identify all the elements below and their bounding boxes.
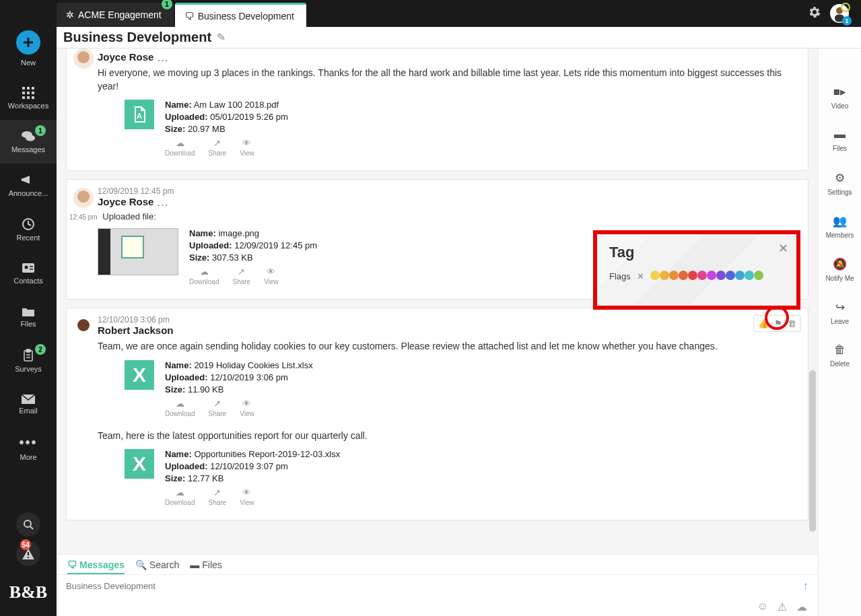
color-dot[interactable] (735, 271, 745, 280)
share-icon: ↗ (213, 399, 221, 409)
sidebar-item-workspaces[interactable]: Workspaces (0, 76, 57, 120)
avatar-badge: 1 (842, 16, 852, 26)
new-button[interactable] (16, 30, 40, 55)
rightbar-files[interactable]: ▬Files (819, 118, 861, 162)
thumbs-up-icon[interactable]: 👍 (758, 318, 769, 329)
sidebar-item-recent[interactable]: Recent (0, 207, 57, 251)
tab-business-dev[interactable]: 🗨 Business Development (175, 3, 306, 27)
color-dot[interactable] (745, 271, 754, 280)
color-dot[interactable] (754, 271, 763, 280)
tag-popup: Tag ✕ Flags ✕ (593, 230, 800, 310)
send-icon[interactable]: ↑ (803, 580, 809, 593)
page-title: Business Development (63, 30, 211, 45)
pdf-icon[interactable]: A (125, 100, 154, 129)
view-button[interactable]: 👁View (264, 267, 279, 285)
color-dot[interactable] (697, 271, 707, 280)
bottom-tab-search[interactable]: 🔍Search (135, 559, 179, 570)
color-dot[interactable] (707, 271, 716, 280)
attachment: X Name: 2019 Holiday Cookies List.xlsx U… (125, 360, 797, 421)
color-dot[interactable] (660, 271, 669, 280)
tab-acme[interactable]: ✲ ACME Engagement 1 (57, 3, 174, 27)
message-menu-icon[interactable]: … (156, 54, 167, 61)
svg-rect-24 (28, 557, 29, 558)
more-icon: ••• (19, 435, 37, 450)
page-header: Business Development ✎ (57, 27, 861, 48)
message-body: Team, we are once again sending holiday … (98, 340, 797, 353)
svg-rect-9 (27, 96, 30, 99)
clear-tag-icon[interactable]: ✕ (637, 271, 644, 281)
sidebar-label: Contacts (13, 277, 42, 285)
user-avatar[interactable]: 1 (830, 4, 849, 23)
alerts-badge: 54 (20, 539, 31, 550)
bottom-tab-messages[interactable]: 🗨Messages (67, 559, 125, 574)
download-button[interactable]: ☁Download (165, 138, 195, 157)
left-sidebar: New Workspaces Messages 1 Announce... Re… (0, 0, 57, 616)
svg-rect-1 (24, 42, 33, 44)
svg-rect-10 (32, 96, 34, 99)
rightbar-delete[interactable]: 🗑Delete (819, 334, 861, 377)
upload-icon[interactable]: ☁ (796, 601, 807, 613)
rightbar-settings[interactable]: ⚙Settings (819, 162, 861, 205)
close-icon[interactable]: ✕ (778, 241, 788, 256)
message-joyce-1: Joyce Rose … Hi everyone, we moving up 3… (66, 48, 808, 171)
settings-icon[interactable] (808, 6, 821, 21)
rightbar-notify[interactable]: 🔕Notify Me (819, 248, 861, 291)
xlsx-icon[interactable]: X (125, 360, 154, 390)
view-button[interactable]: 👁View (240, 487, 254, 506)
message-input[interactable] (66, 581, 803, 591)
sidebar-item-surveys[interactable]: Surveys 2 (0, 339, 57, 382)
share-button[interactable]: ↗Share (208, 399, 226, 417)
avatar[interactable] (73, 48, 94, 69)
download-icon: ☁ (176, 399, 184, 409)
svg-point-16 (25, 265, 28, 269)
flag-icon[interactable]: ⚑ (774, 318, 782, 329)
alerts-button[interactable]: 54 (16, 542, 40, 566)
warning-icon[interactable]: ⚠ (778, 601, 787, 613)
download-button[interactable]: ☁Download (165, 399, 195, 417)
flags-label: Flags (609, 271, 631, 281)
svg-rect-20 (26, 349, 30, 352)
tab-label: Business Development (198, 11, 294, 22)
svg-rect-6 (27, 92, 30, 94)
color-dot[interactable] (726, 271, 735, 280)
share-icon: ↗ (238, 267, 245, 277)
message-menu-icon[interactable]: … (156, 199, 167, 205)
rightbar-video[interactable]: ■▸Video (819, 75, 861, 118)
share-button[interactable]: ↗Share (232, 267, 250, 285)
sidebar-item-messages[interactable]: Messages 1 (0, 120, 57, 164)
rightbar-members[interactable]: 👥Members (819, 205, 861, 248)
view-button[interactable]: 👁View (240, 399, 254, 417)
edit-title-icon[interactable]: ✎ (217, 31, 226, 44)
download-button[interactable]: ☁Download (165, 487, 195, 506)
bottom-tab-files[interactable]: ▬Files (190, 559, 222, 570)
sidebar-item-email[interactable]: Email (0, 382, 57, 426)
attachment-info: Name: image.png Uploaded: 12/09/2019 12:… (189, 228, 317, 289)
share-button[interactable]: ↗Share (208, 487, 226, 506)
color-dot[interactable] (669, 271, 679, 280)
search-button[interactable] (16, 512, 40, 537)
color-dot[interactable] (688, 271, 697, 280)
emoji-icon[interactable]: ☺ (757, 601, 768, 613)
xlsx-icon[interactable]: X (125, 449, 154, 479)
tab-badge: 1 (162, 0, 172, 9)
rightbar-leave[interactable]: ↪Leave (819, 291, 861, 334)
sidebar-item-more[interactable]: ••• More (0, 426, 57, 470)
color-dot[interactable] (650, 271, 660, 280)
message-toolbar: 👍 ⚑ 🗑 (753, 315, 801, 332)
sidebar-item-contacts[interactable]: Contacts (0, 251, 57, 295)
color-dot[interactable] (679, 271, 688, 280)
view-button[interactable]: 👁View (240, 138, 254, 157)
bell-off-icon: 🔕 (833, 257, 847, 271)
sidebar-item-announce[interactable]: Announce... (0, 164, 57, 207)
image-thumbnail[interactable] (98, 228, 178, 275)
share-button[interactable]: ↗Share (208, 138, 226, 157)
color-dot[interactable] (716, 271, 726, 280)
svg-rect-23 (28, 552, 29, 555)
trash-icon[interactable]: 🗑 (788, 318, 796, 329)
sidebar-label: Recent (17, 234, 40, 242)
scrollbar[interactable] (809, 370, 816, 532)
download-button[interactable]: ☁Download (189, 267, 219, 285)
sidebar-item-files[interactable]: Files (0, 295, 57, 339)
avatar[interactable] (73, 188, 94, 208)
avatar[interactable] (73, 316, 94, 337)
